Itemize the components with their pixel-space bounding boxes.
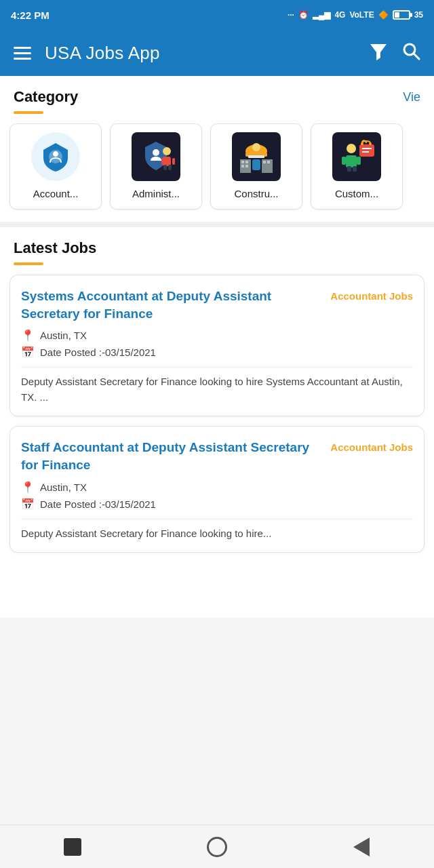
svg-rect-28 — [346, 155, 357, 167]
svg-rect-29 — [342, 157, 346, 165]
job-date-2: 📅 Date Posted :-03/15/2021 — [21, 498, 413, 511]
category-card-construction[interactable]: Constru... — [210, 123, 302, 210]
svg-rect-22 — [245, 165, 248, 167]
app-header: USA Jobs App — [0, 30, 434, 76]
customer-icon-bg — [332, 132, 381, 181]
header-action-icons — [369, 41, 420, 65]
bottom-nav — [0, 825, 434, 868]
calendar-icon-1: 📅 — [21, 346, 35, 359]
svg-rect-15 — [248, 155, 264, 158]
battery-fill — [395, 12, 399, 18]
status-dots: ··· — [288, 10, 294, 20]
category-header: Category Vie — [0, 76, 434, 108]
svg-rect-32 — [353, 166, 357, 172]
latest-jobs-underline — [14, 262, 43, 265]
category-card-accounting[interactable]: Account... — [9, 123, 102, 210]
svg-rect-9 — [172, 158, 175, 165]
category-label-customer: Custom... — [335, 188, 378, 199]
nav-home-icon — [207, 837, 227, 857]
svg-rect-25 — [267, 161, 270, 163]
nav-back-icon — [353, 837, 370, 856]
filter-icon[interactable] — [369, 41, 388, 65]
status-alarm: ⏰ — [298, 10, 309, 20]
job-description-2: Deputy Assistant Secretary for Finance l… — [21, 526, 413, 542]
svg-rect-33 — [359, 144, 374, 157]
svg-rect-8 — [161, 158, 164, 165]
category-title: Category — [14, 88, 78, 106]
latest-jobs-title: Latest Jobs — [14, 239, 96, 257]
job-meta-2: 📍 Austin, TX 📅 Date Posted :-03/15/2021 — [21, 481, 413, 511]
status-time: 4:22 PM — [11, 9, 50, 21]
nav-square-button[interactable] — [60, 835, 85, 859]
job-card-2-top: Staff Accountant at Deputy Assistant Sec… — [21, 439, 413, 473]
job-card-1-top: Systems Accountant at Deputy Assistant S… — [21, 288, 413, 322]
job-divider-2 — [21, 519, 413, 519]
status-signal: ▂▄▆ — [313, 10, 331, 20]
svg-point-6 — [163, 147, 171, 155]
svg-rect-20 — [245, 161, 248, 163]
latest-jobs-section: Latest Jobs Systems Accountant at Deputy… — [0, 227, 434, 618]
status-wifi: 🔶 — [378, 10, 389, 20]
svg-rect-19 — [241, 161, 244, 163]
svg-rect-30 — [357, 157, 361, 165]
accounting-icon-bg — [31, 132, 80, 181]
location-icon-2: 📍 — [21, 481, 35, 494]
job-date-text-2: Date Posted :-03/15/2021 — [40, 498, 156, 510]
job-card-2[interactable]: Staff Accountant at Deputy Assistant Sec… — [9, 426, 425, 553]
svg-line-2 — [414, 54, 419, 59]
job-location-text-2: Austin, TX — [40, 481, 87, 493]
job-location-text-1: Austin, TX — [40, 330, 87, 341]
bottom-spacer — [0, 553, 434, 607]
construction-icon-bg — [232, 132, 281, 181]
menu-button[interactable] — [14, 47, 31, 60]
category-card-admin[interactable]: Administ... — [110, 123, 202, 210]
menu-line-2 — [14, 52, 31, 54]
svg-rect-31 — [347, 166, 351, 172]
svg-rect-24 — [263, 161, 266, 163]
status-volte: VoLTE — [349, 10, 374, 20]
category-label-accounting: Account... — [33, 188, 79, 199]
svg-point-16 — [252, 143, 260, 151]
svg-rect-10 — [163, 165, 167, 170]
svg-point-5 — [153, 149, 159, 156]
job-title-2: Staff Accountant at Deputy Assistant Sec… — [21, 439, 323, 473]
nav-square-icon — [64, 838, 81, 856]
category-icon-customer — [332, 132, 381, 181]
nav-home-button[interactable] — [205, 835, 229, 859]
nav-back-button[interactable] — [349, 835, 374, 859]
category-view-all[interactable]: Vie — [403, 90, 420, 104]
menu-line-3 — [14, 58, 31, 60]
category-section: Category Vie Account... — [0, 76, 434, 222]
location-icon-1: 📍 — [21, 329, 35, 342]
job-location-2: 📍 Austin, TX — [21, 481, 413, 494]
admin-icon-bg — [132, 132, 180, 181]
search-icon[interactable] — [401, 41, 420, 65]
job-location-1: 📍 Austin, TX — [21, 329, 413, 342]
job-title-1: Systems Accountant at Deputy Assistant S… — [21, 288, 323, 322]
main-content: Category Vie Account... — [0, 76, 434, 618]
category-grid: Account... — [0, 123, 434, 222]
job-divider-1 — [21, 367, 413, 368]
svg-marker-0 — [370, 44, 387, 60]
calendar-icon-2: 📅 — [21, 498, 35, 511]
battery-level: 35 — [414, 10, 423, 20]
svg-rect-11 — [168, 165, 172, 170]
category-card-customer[interactable]: Custom... — [311, 123, 403, 210]
svg-rect-21 — [241, 165, 244, 167]
section-divider — [0, 222, 434, 227]
status-bar: 4:22 PM ··· ⏰ ▂▄▆ 4G VoLTE 🔶 35 — [0, 0, 434, 30]
job-category-2: Accountant Jobs — [330, 441, 413, 453]
job-description-1: Deputy Assistant Secretary for Finance l… — [21, 374, 413, 405]
job-category-1: Accountant Jobs — [330, 290, 413, 302]
category-label-admin: Administ... — [132, 188, 180, 199]
job-date-1: 📅 Date Posted :-03/15/2021 — [21, 346, 413, 359]
job-card-1[interactable]: Systems Accountant at Deputy Assistant S… — [9, 275, 425, 416]
category-icon-accounting — [31, 132, 80, 181]
job-date-text-1: Date Posted :-03/15/2021 — [40, 347, 156, 358]
job-meta-1: 📍 Austin, TX 📅 Date Posted :-03/15/2021 — [21, 329, 413, 359]
svg-rect-17 — [252, 159, 260, 170]
svg-point-27 — [347, 144, 356, 153]
category-icon-admin — [132, 132, 180, 181]
app-title: USA Jobs App — [45, 43, 369, 64]
status-network: 4G — [334, 10, 345, 20]
